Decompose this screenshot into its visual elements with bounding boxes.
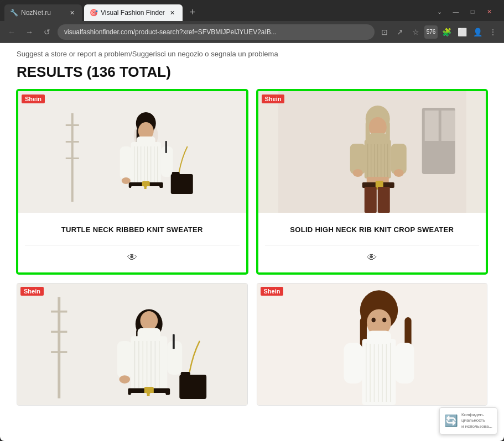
svg-rect-45: [368, 133, 386, 144]
browser-window: 🔧 NozNet.ru ✕ 🎯 Visual Fashion Finder ✕ …: [0, 0, 504, 441]
svg-rect-25: [171, 174, 193, 194]
recaptcha-icon: 🔄: [444, 414, 458, 427]
address-input[interactable]: [58, 24, 375, 40]
product-divider-1: [25, 245, 240, 245]
svg-rect-4: [66, 158, 79, 159]
tab-noznet[interactable]: 🔧 NozNet.ru ✕: [4, 4, 82, 21]
address-bar-row: ← → ↺ ⊡ ↗ ☆ 576 🧩 ⬜ 👤 ⋮: [0, 21, 504, 43]
svg-rect-21: [120, 146, 132, 180]
vff-tab-close[interactable]: ✕: [168, 8, 177, 17]
product-eye-1[interactable]: 👁: [25, 250, 240, 266]
recaptcha-text: Конфиден-циальностьи использова...: [461, 412, 492, 429]
svg-rect-79: [181, 372, 190, 377]
svg-rect-71: [138, 328, 161, 340]
results-heading: RESULTS (136 TOTAL): [17, 64, 487, 81]
svg-rect-78: [179, 375, 206, 399]
svg-point-88: [382, 318, 386, 323]
shein-badge-2: Shein: [262, 95, 285, 103]
product-image-2: Shein: [258, 91, 486, 213]
screenshot-icon[interactable]: 576: [424, 25, 438, 39]
window-controls: ⌄ — □ ✕: [433, 6, 500, 21]
svg-rect-9: [131, 142, 161, 186]
product-image-4: Shein: [257, 284, 487, 405]
svg-rect-31: [424, 111, 438, 141]
svg-rect-24: [165, 141, 167, 153]
share-icon[interactable]: ↗: [393, 25, 407, 39]
back-button[interactable]: ←: [4, 25, 19, 39]
vff-tab-label: Visual Fashion Finder: [101, 9, 165, 17]
svg-rect-58: [51, 331, 67, 333]
noznet-tab-label: NozNet.ru: [21, 9, 64, 17]
page-content: Suggest a store or report a problem/Sugg…: [0, 43, 504, 441]
product-eye-2[interactable]: 👁: [265, 250, 480, 266]
noznet-favicon: 🔧: [10, 9, 18, 17]
close-icon[interactable]: ✕: [483, 6, 495, 18]
product-grid: Shein: [17, 90, 487, 406]
new-tab-button[interactable]: +: [185, 4, 200, 20]
product-card-2[interactable]: Shein: [257, 90, 488, 274]
cast-icon[interactable]: ⊡: [378, 25, 391, 39]
svg-rect-81: [150, 393, 166, 405]
toolbar-icons: ⊡ ↗ ☆ 576 🧩 ⬜ 👤 ⋮: [378, 25, 500, 39]
product-name-2: SOLID HIGH NECK RIB KNIT CROP SWEATER: [265, 219, 480, 239]
svg-rect-63: [131, 336, 167, 390]
maximize-icon[interactable]: □: [466, 6, 479, 18]
svg-rect-26: [172, 172, 180, 176]
product-image-3: Shein: [17, 284, 247, 405]
menu-icon[interactable]: ⋮: [486, 25, 500, 39]
svg-rect-49: [364, 187, 376, 213]
svg-rect-32: [441, 111, 455, 141]
product-name-1: TURTLE NECK RIBBED KNIT SWEATER: [25, 219, 240, 239]
svg-point-87: [371, 318, 375, 323]
svg-point-76: [119, 375, 131, 384]
product-info-2: SOLID HIGH NECK RIB KNIT CROP SWEATER 👁: [258, 213, 486, 272]
extensions-icon[interactable]: 🧩: [440, 25, 453, 39]
product-divider-2: [265, 245, 480, 245]
product-card-4[interactable]: Shein: [257, 283, 488, 406]
svg-rect-28: [147, 186, 160, 213]
product-card-3[interactable]: Shein: [17, 283, 248, 406]
svg-rect-3: [66, 141, 79, 143]
svg-rect-80: [131, 393, 147, 405]
svg-point-62: [140, 311, 158, 330]
suggest-text: Suggest a store or report a problem/Sugg…: [17, 50, 487, 58]
minimize-icon[interactable]: ⌄: [433, 6, 445, 18]
product-info-1: TURTLE NECK RIBBED KNIT SWEATER 👁: [18, 213, 246, 272]
svg-point-23: [122, 177, 131, 184]
svg-rect-27: [131, 186, 144, 213]
shein-badge-1: Shein: [22, 95, 45, 103]
shein-badge-3: Shein: [20, 287, 44, 296]
svg-point-53: [352, 169, 362, 177]
noznet-tab-close[interactable]: ✕: [67, 8, 76, 17]
product-card-1[interactable]: Shein: [17, 90, 248, 274]
svg-rect-97: [366, 331, 391, 344]
svg-rect-99: [395, 343, 414, 384]
svg-rect-57: [51, 311, 67, 313]
svg-rect-50: [377, 187, 389, 213]
shein-badge-4: Shein: [261, 287, 284, 296]
product-image-1: Shein: [18, 91, 246, 213]
reload-button[interactable]: ↺: [40, 25, 54, 39]
bookmark-icon[interactable]: ☆: [409, 25, 422, 39]
profile-icon[interactable]: ⬜: [455, 25, 469, 39]
recaptcha-widget: 🔄 Конфиден-циальностьи использова...: [439, 407, 497, 434]
svg-rect-74: [117, 341, 132, 378]
tab-bar: 🔧 NozNet.ru ✕ 🎯 Visual Fashion Finder ✕ …: [0, 0, 504, 21]
tab-visual-fashion-finder[interactable]: 🎯 Visual Fashion Finder ✕: [84, 4, 183, 21]
svg-rect-18: [137, 136, 155, 146]
forward-button[interactable]: →: [22, 25, 37, 39]
svg-rect-59: [51, 351, 67, 353]
restore-icon[interactable]: —: [450, 6, 462, 18]
svg-rect-2: [66, 124, 79, 126]
svg-rect-77: [173, 334, 175, 349]
svg-rect-98: [344, 343, 362, 384]
vff-favicon: 🎯: [90, 9, 97, 17]
avatar-icon[interactable]: 👤: [471, 25, 484, 39]
page-inner: Suggest a store or report a problem/Sugg…: [0, 43, 504, 417]
svg-point-54: [393, 169, 403, 177]
